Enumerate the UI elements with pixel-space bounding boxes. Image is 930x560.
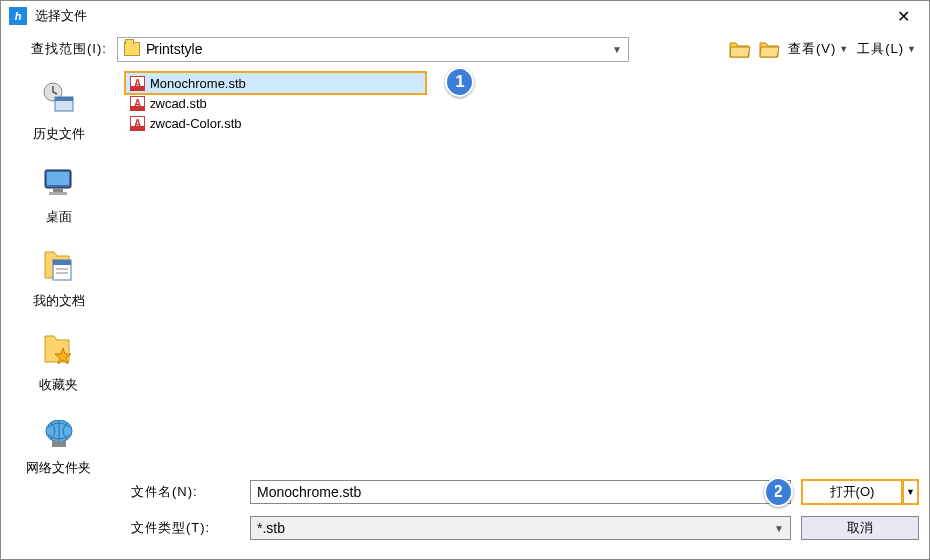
view-button[interactable]: 查看(V)▼ bbox=[788, 40, 849, 58]
file-item[interactable]: zwcad.stb bbox=[126, 93, 919, 113]
file-name: zwcad-Color.stb bbox=[150, 116, 241, 131]
sidebar-item-desktop[interactable]: 桌面 bbox=[1, 156, 116, 236]
favorites-icon bbox=[39, 330, 79, 370]
bottom-panel: 文件名(N): Monochrome.stb 2 打开(O) ▼ 文件类型(T)… bbox=[131, 477, 919, 549]
sidebar-item-history[interactable]: 历史文件 bbox=[1, 73, 116, 152]
sidebar-item-label: 桌面 bbox=[46, 208, 72, 226]
chevron-down-icon: ▼ bbox=[775, 523, 784, 534]
look-in-value: Printstyle bbox=[146, 41, 203, 57]
history-icon bbox=[39, 79, 79, 119]
callout-1: 1 bbox=[445, 67, 474, 97]
new-folder-icon[interactable] bbox=[759, 41, 780, 57]
up-folder-icon[interactable] bbox=[729, 41, 751, 57]
folder-icon bbox=[124, 42, 140, 56]
desktop-icon bbox=[39, 162, 79, 202]
callout-2: 2 bbox=[764, 477, 793, 507]
file-type-label: 文件类型(T): bbox=[131, 519, 250, 537]
window-title: 选择文件 bbox=[35, 7, 885, 25]
sidebar-item-label: 历史文件 bbox=[33, 125, 85, 142]
sidebar-item-network[interactable]: 网络文件夹 bbox=[1, 408, 116, 487]
chevron-down-icon: ▼ bbox=[612, 44, 622, 55]
svg-rect-2 bbox=[55, 97, 73, 101]
file-name: Monochrome.stb bbox=[150, 76, 246, 91]
sidebar-item-label: 收藏夹 bbox=[39, 376, 78, 394]
file-name-input[interactable]: Monochrome.stb bbox=[250, 480, 791, 504]
look-in-row: 查找范围(I): Printstyle ▼ 查看(V)▼ 工具(L)▼ bbox=[1, 31, 929, 67]
file-name-label: 文件名(N): bbox=[131, 483, 250, 501]
file-list: Monochrome.stb zwcad.stb zwcad-Color.stb… bbox=[116, 67, 929, 525]
toolbar-buttons: 查看(V)▼ 工具(L)▼ bbox=[729, 40, 917, 58]
open-split-button[interactable]: ▼ bbox=[903, 479, 919, 505]
sidebar-item-label: 网络文件夹 bbox=[26, 459, 91, 477]
stb-file-icon bbox=[130, 116, 145, 131]
cancel-button[interactable]: 取消 bbox=[801, 516, 919, 540]
open-button[interactable]: 打开(O) bbox=[801, 479, 903, 505]
sidebar-item-label: 我的文档 bbox=[33, 292, 85, 310]
look-in-combo[interactable]: Printstyle ▼ bbox=[117, 37, 629, 62]
file-item[interactable]: zwcad-Color.stb bbox=[126, 113, 919, 133]
network-icon bbox=[39, 414, 79, 453]
stb-file-icon bbox=[130, 76, 145, 91]
file-type-combo[interactable]: *.stb ▼ bbox=[250, 516, 791, 540]
tools-button[interactable]: 工具(L)▼ bbox=[857, 40, 917, 58]
sidebar-item-favorites[interactable]: 收藏夹 bbox=[1, 324, 116, 404]
app-icon: h bbox=[9, 7, 27, 25]
documents-icon bbox=[39, 246, 79, 286]
sidebar-item-documents[interactable]: 我的文档 bbox=[1, 240, 116, 320]
places-sidebar: 历史文件 桌面 我的文档 收藏夹 网络文件夹 bbox=[1, 67, 116, 525]
svg-rect-8 bbox=[53, 260, 71, 265]
file-item[interactable]: Monochrome.stb bbox=[126, 73, 425, 93]
chevron-down-icon: ▼ bbox=[907, 44, 917, 54]
titlebar: h 选择文件 ✕ bbox=[1, 1, 929, 31]
close-button[interactable]: ✕ bbox=[885, 3, 921, 29]
svg-rect-12 bbox=[52, 441, 66, 447]
chevron-down-icon: ▼ bbox=[839, 44, 849, 54]
svg-rect-4 bbox=[47, 172, 69, 185]
stb-file-icon bbox=[130, 96, 145, 111]
svg-rect-5 bbox=[53, 188, 63, 192]
svg-rect-6 bbox=[49, 192, 67, 195]
file-name: zwcad.stb bbox=[150, 96, 207, 111]
look-in-label: 查找范围(I): bbox=[31, 40, 107, 58]
